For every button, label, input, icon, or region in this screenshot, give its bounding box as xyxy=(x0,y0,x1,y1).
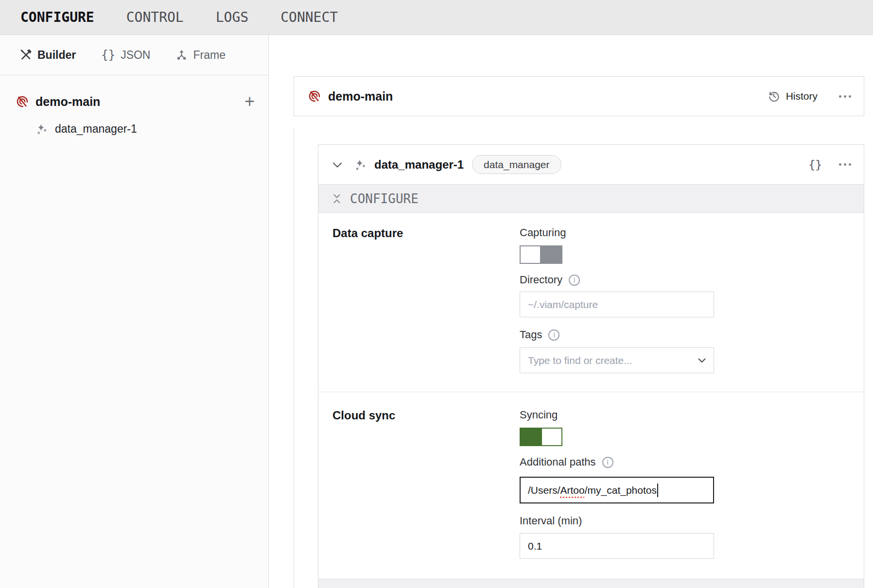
collapse-vertical-icon xyxy=(332,194,341,204)
add-resource-button[interactable]: + xyxy=(244,93,255,110)
service-more-menu-icon[interactable] xyxy=(839,163,851,166)
data-capture-heading: Data capture xyxy=(332,226,520,240)
text-cursor xyxy=(657,484,658,497)
tree-item-machine[interactable]: demo-main + xyxy=(0,90,268,113)
viam-machine-config-page: CONFIGURE CONTROL LOGS CONNECT Builder {… xyxy=(0,0,873,588)
cloud-sync-heading: Cloud sync xyxy=(332,409,520,422)
part-card-left-border xyxy=(294,127,294,588)
machine-part-tree: demo-main + data_manager-1 xyxy=(0,75,268,140)
interval-input[interactable] xyxy=(520,533,714,559)
toggle-knob xyxy=(520,245,541,264)
history-label: History xyxy=(786,90,818,102)
path-segment-pre: /Users/ xyxy=(528,484,560,496)
syncing-toggle[interactable] xyxy=(520,428,562,446)
directory-label: Directory i xyxy=(520,274,849,286)
view-mode-builder[interactable]: Builder xyxy=(19,49,76,62)
capturing-label: Capturing xyxy=(520,226,849,239)
builder-tools-icon xyxy=(19,49,32,61)
frame-axes-icon xyxy=(175,49,188,61)
tab-logs[interactable]: LOGS xyxy=(216,9,248,25)
part-name: data_manager-1 xyxy=(55,122,137,136)
top-nav: CONFIGURE CONTROL LOGS CONNECT xyxy=(0,0,873,35)
builder-label: Builder xyxy=(37,49,76,62)
syncing-label: Syncing xyxy=(520,409,849,421)
sidebar: Builder {} JSON Frame xyxy=(0,35,268,588)
view-mode-json[interactable]: {} JSON xyxy=(101,48,150,62)
additional-paths-label-text: Additional paths xyxy=(520,456,596,468)
machine-header-card: demo-main History xyxy=(294,76,864,116)
tags-label-text: Tags xyxy=(520,329,542,341)
view-mode-frame[interactable]: Frame xyxy=(175,49,225,62)
tree-item-data-manager[interactable]: data_manager-1 xyxy=(0,117,268,140)
machine-name: demo-main xyxy=(35,95,100,109)
next-section-bar[interactable] xyxy=(318,579,864,588)
configure-section-label: CONFIGURE xyxy=(350,191,419,206)
frame-label: Frame xyxy=(193,49,225,62)
info-icon[interactable]: i xyxy=(569,275,580,286)
syncing-label-text: Syncing xyxy=(520,409,558,421)
service-name: data_manager-1 xyxy=(374,158,464,172)
service-json-icon[interactable]: {} xyxy=(808,158,822,171)
data-capture-section: Data capture Capturing Directory i Tags … xyxy=(318,213,864,392)
info-icon[interactable]: i xyxy=(548,329,559,341)
directory-label-text: Directory xyxy=(520,274,562,286)
machine-title: demo-main xyxy=(328,89,393,104)
history-button[interactable]: History xyxy=(768,90,818,103)
cloud-sync-section: Cloud sync Syncing Additional paths i /U… xyxy=(318,392,864,559)
info-icon[interactable]: i xyxy=(602,457,613,468)
tab-configure[interactable]: CONFIGURE xyxy=(20,9,94,25)
tags-label: Tags i xyxy=(520,329,849,341)
service-card-header: data_manager-1 data_manager {} xyxy=(318,145,864,184)
service-type-badge: data_manager xyxy=(472,155,561,174)
interval-label: Interval (min) xyxy=(520,515,849,527)
directory-input[interactable] xyxy=(520,292,714,317)
additional-paths-input[interactable]: /Users/Artoo/my_cat_photos xyxy=(520,477,714,503)
capturing-toggle[interactable] xyxy=(520,245,562,264)
tab-control[interactable]: CONTROL xyxy=(126,9,184,25)
machine-more-menu-icon[interactable] xyxy=(839,95,851,98)
data-manager-card: data_manager-1 data_manager {} CONFIGURE… xyxy=(318,144,864,588)
path-segment-misspelled: Artoo xyxy=(560,484,585,496)
interval-label-text: Interval (min) xyxy=(520,515,582,527)
configure-section-bar[interactable]: CONFIGURE xyxy=(318,184,864,213)
path-segment-post: /my_cat_photos xyxy=(585,484,657,496)
capturing-label-text: Capturing xyxy=(520,226,566,239)
view-mode-toolbar: Builder {} JSON Frame xyxy=(0,35,268,75)
machine-offline-icon xyxy=(308,89,321,103)
collapse-chevron-icon[interactable] xyxy=(332,161,342,168)
json-braces-icon: {} xyxy=(101,48,115,62)
sparkles-icon xyxy=(35,123,48,135)
additional-paths-label: Additional paths i xyxy=(520,456,849,468)
tab-connect[interactable]: CONNECT xyxy=(280,9,338,25)
sparkles-icon xyxy=(354,158,367,171)
history-clock-icon xyxy=(768,90,780,103)
json-label: JSON xyxy=(121,49,150,62)
machine-offline-icon xyxy=(16,95,29,108)
tags-select-input[interactable] xyxy=(520,347,714,373)
toggle-knob xyxy=(541,428,562,446)
